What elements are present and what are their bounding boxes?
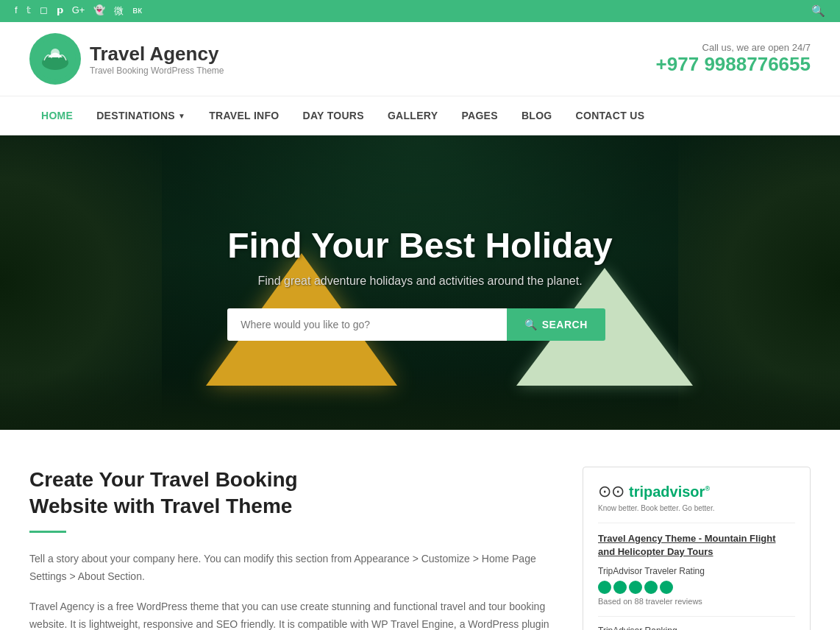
facebook-icon[interactable]: f <box>15 4 18 18</box>
content-area: Create Your Travel BookingWebsite with T… <box>0 430 840 630</box>
navigation: HOME DESTINATIONS ▼ TRAVEL INFO DAY TOUR… <box>0 96 840 135</box>
ta-logo-advisor: advisor <box>652 484 705 500</box>
search-input[interactable] <box>227 308 507 341</box>
hero-subtitle: Find great adventure holidays and activi… <box>227 275 613 288</box>
nav-travel-info[interactable]: TRAVEL INFO <box>197 96 291 135</box>
hero-section: Find Your Best Holiday Find great advent… <box>0 135 840 430</box>
nav-blog[interactable]: BLOG <box>510 96 564 135</box>
title-underline <box>29 531 66 533</box>
ta-star-4 <box>644 581 658 594</box>
ta-star-2 <box>613 581 627 594</box>
ta-stars <box>598 581 795 594</box>
about-para-2: Travel Agency is a free WordPress theme … <box>29 598 553 630</box>
about-section: Create Your Travel BookingWebsite with T… <box>29 467 553 630</box>
search-bar: 🔍 SEARCH <box>227 308 613 341</box>
hero-title: Find Your Best Holiday <box>227 225 613 266</box>
logo-title: Travel Agency <box>90 43 224 66</box>
nav-gallery[interactable]: GALLERY <box>376 96 449 135</box>
instagram-icon[interactable]: ◻ <box>40 4 48 18</box>
tripadvisor-owl-icon: ⊙⊙ <box>598 482 624 501</box>
tripadvisor-logo: ⊙⊙ tripadvisor® <box>598 482 795 501</box>
ta-tagline: Know better. Book better. Go better. <box>598 504 795 512</box>
tripadvisor-logo-text: tripadvisor® <box>629 484 710 500</box>
phone-number[interactable]: +977 9988776655 <box>656 53 811 76</box>
twitter-icon[interactable]: 𝕥 <box>26 4 31 18</box>
nav-home[interactable]: HOME <box>29 96 85 135</box>
vk-icon[interactable]: вк <box>132 4 142 18</box>
snapchat-icon[interactable]: 👻 <box>93 4 105 18</box>
pinterest-icon[interactable]: 𝗽 <box>57 4 63 18</box>
about-para-1: Tell a story about your company here. Yo… <box>29 551 553 586</box>
search-icon[interactable]: 🔍 <box>811 4 825 18</box>
tripadvisor-widget: ⊙⊙ tripadvisor® Know better. Book better… <box>583 467 811 630</box>
ta-reviews-count: Based on 88 traveler reviews <box>598 597 795 606</box>
ta-divider-1 <box>598 523 795 523</box>
nav-contact[interactable]: CONTACT US <box>564 96 657 135</box>
search-btn-label: SEARCH <box>542 319 588 330</box>
ta-ranking-label: TripAdvisor Ranking <box>598 626 795 630</box>
contact-area: Call us, we are open 24/7 +977 998877665… <box>656 42 811 76</box>
logo-area: Travel Agency Travel Booking WordPress T… <box>29 33 224 85</box>
ta-property-link[interactable]: Travel Agency Theme - Mountain Flight an… <box>598 532 795 559</box>
nav-destinations[interactable]: DESTINATIONS ▼ <box>85 96 197 135</box>
ta-divider-2 <box>598 616 795 617</box>
ta-logo-trip: trip <box>629 484 652 500</box>
logo-text-area: Travel Agency Travel Booking WordPress T… <box>90 43 224 76</box>
header: Travel Agency Travel Booking WordPress T… <box>0 22 840 96</box>
ta-star-3 <box>629 581 642 594</box>
social-icons: f 𝕥 ◻ 𝗽 G+ 👻 微 вк <box>15 4 142 18</box>
weibo-icon[interactable]: 微 <box>114 4 124 18</box>
ta-star-5 <box>660 581 673 594</box>
about-title: Create Your Travel BookingWebsite with T… <box>29 467 553 520</box>
logo-subtitle: Travel Booking WordPress Theme <box>90 66 224 76</box>
nav-pages[interactable]: PAGES <box>449 96 509 135</box>
search-button[interactable]: 🔍 SEARCH <box>507 308 605 341</box>
logo-circle <box>29 33 81 85</box>
hero-ground <box>0 371 840 430</box>
search-btn-icon: 🔍 <box>524 319 538 330</box>
hero-content: Find Your Best Holiday Find great advent… <box>227 225 613 341</box>
ta-rating-label: TripAdvisor Traveler Rating <box>598 566 795 576</box>
top-bar: f 𝕥 ◻ 𝗽 G+ 👻 微 вк 🔍 <box>0 0 840 22</box>
ta-star-1 <box>598 581 611 594</box>
call-text: Call us, we are open 24/7 <box>656 42 811 53</box>
nav-day-tours[interactable]: DAY TOURS <box>291 96 376 135</box>
destinations-arrow: ▼ <box>178 112 185 120</box>
googleplus-icon[interactable]: G+ <box>72 4 85 18</box>
